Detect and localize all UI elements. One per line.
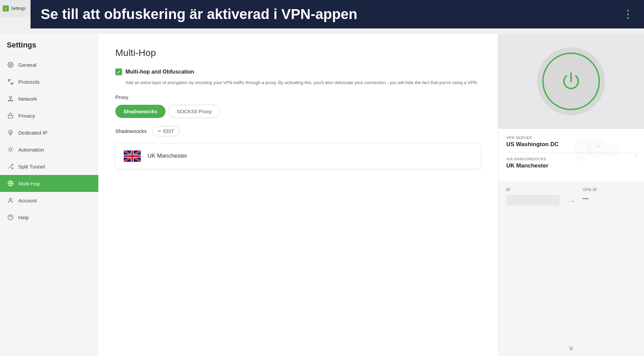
main-layout: Settings General <box>0 34 644 356</box>
chevron-down-icon: ∨ <box>568 344 574 353</box>
sidebar-label-protocols: Protocols <box>18 79 40 85</box>
vpn-ip-value: — <box>583 195 636 202</box>
svg-point-27 <box>607 144 620 158</box>
banner-dots-icon[interactable]: ⋮ <box>622 8 634 21</box>
title-bar: 🔒 Settings <box>0 0 31 17</box>
vpn-ip-column: VPN IP — <box>583 187 636 202</box>
svg-line-11 <box>8 147 9 148</box>
ip-value-box <box>506 195 560 206</box>
svg-point-8 <box>9 148 12 151</box>
sidebar-item-split-tunnel[interactable]: Split Tunnel <box>0 158 98 175</box>
automation-icon <box>7 146 14 153</box>
chevron-down-area[interactable]: ∨ <box>498 340 644 356</box>
power-button-outer <box>537 47 605 115</box>
svg-point-0 <box>10 64 12 66</box>
banner-text: Se till att obfuskering är aktiverad i V… <box>41 6 357 22</box>
ip-row: IP → VPN IP — <box>506 187 636 206</box>
svg-point-3 <box>9 96 12 98</box>
sidebar-item-privacy[interactable]: Privacy <box>0 107 98 124</box>
uk-flag <box>124 150 141 162</box>
top-banner: Se till att obfuskering är aktiverad i V… <box>31 0 644 28</box>
chevron-right-icon[interactable]: › <box>635 151 637 159</box>
svg-point-7 <box>10 132 11 133</box>
svg-point-28 <box>597 145 600 148</box>
edit-button[interactable]: ✏ EDIT <box>152 126 180 136</box>
server-info-panel: VPN SERVER US Washington DC VIA SHADOWSO… <box>498 129 644 181</box>
edit-label: EDIT <box>163 128 174 134</box>
ip-column: IP <box>506 187 560 206</box>
account-icon <box>7 197 14 204</box>
sidebar-label-help: Help <box>18 215 29 220</box>
sidebar-item-account[interactable]: Account <box>0 192 98 209</box>
shadowsocks-button[interactable]: Shadowsocks <box>115 105 165 118</box>
svg-point-26 <box>586 137 607 158</box>
sidebar-label-multi-hop: Multi-Hop <box>18 181 40 186</box>
sidebar-item-multi-hop[interactable]: Multi-Hop <box>0 175 98 192</box>
power-button[interactable] <box>542 53 600 110</box>
svg-point-21 <box>9 198 12 200</box>
network-icon <box>7 95 14 102</box>
sidebar-item-dedicated-ip[interactable]: Dedicated IP <box>0 124 98 141</box>
ip-label: IP <box>506 187 560 192</box>
sidebar-label-automation: Automation <box>18 147 44 153</box>
sidebar-label-privacy: Privacy <box>18 113 35 119</box>
shadowsocks-label: Shadowsocks <box>115 128 147 134</box>
multi-hop-icon <box>7 180 14 187</box>
main-content: Multi-Hop Multi-hop and Obfuscation Add … <box>98 34 498 356</box>
server-card: UK Manchester <box>115 143 481 169</box>
sidebar-label-dedicated-ip: Dedicated IP <box>18 130 47 136</box>
sidebar-label-general: General <box>18 62 36 68</box>
sidebar-item-network[interactable]: Network <box>0 90 98 107</box>
server-name: UK Manchester <box>148 153 187 159</box>
app-icon: 🔒 <box>3 5 9 12</box>
right-panel: VPN SERVER US Washington DC VIA SHADOWSO… <box>498 34 644 356</box>
sidebar-item-general[interactable]: General <box>0 56 98 73</box>
svg-rect-6 <box>8 115 13 118</box>
help-icon <box>7 214 14 221</box>
page-title: Multi-Hop <box>115 47 481 58</box>
pencil-icon: ✏ <box>158 129 161 134</box>
socks5-button[interactable]: SOCKS5 Proxy <box>168 105 220 118</box>
proxy-buttons: Shadowsocks SOCKS5 Proxy <box>115 105 481 118</box>
split-tunnel-icon <box>7 163 14 170</box>
sidebar-item-protocols[interactable]: Protocols <box>0 73 98 90</box>
multihop-checkbox[interactable] <box>115 68 122 75</box>
map-decoration <box>566 132 627 166</box>
proxy-label: Proxy <box>115 94 481 100</box>
gear-icon <box>7 61 14 68</box>
multihop-checkbox-row: Multi-hop and Obfuscation <box>115 68 481 75</box>
title-bar-text: Settings <box>11 6 25 11</box>
ip-area: IP → VPN IP — <box>498 181 644 340</box>
lock-icon <box>7 112 14 119</box>
power-area <box>498 34 644 129</box>
sidebar-label-account: Account <box>18 198 37 203</box>
svg-line-15 <box>8 151 9 152</box>
dedicated-ip-icon <box>7 129 14 136</box>
arrow-icon: → <box>566 196 576 206</box>
vpn-ip-label: VPN IP <box>583 187 636 192</box>
svg-line-12 <box>12 151 13 152</box>
sidebar-title: Settings <box>0 41 98 56</box>
protocols-icon <box>7 78 14 85</box>
sidebar-label-network: Network <box>18 96 37 102</box>
sidebar: Settings General <box>0 34 98 356</box>
shadowsocks-row: Shadowsocks ✏ EDIT <box>115 126 481 136</box>
sidebar-label-split-tunnel: Split Tunnel <box>18 164 45 170</box>
sidebar-item-help[interactable]: Help <box>0 209 98 226</box>
multihop-checkbox-label: Multi-hop and Obfuscation <box>125 69 194 75</box>
svg-line-16 <box>12 147 13 148</box>
sidebar-item-automation[interactable]: Automation <box>0 141 98 158</box>
description-text: Add an extra layer of encryption by rero… <box>115 79 481 86</box>
